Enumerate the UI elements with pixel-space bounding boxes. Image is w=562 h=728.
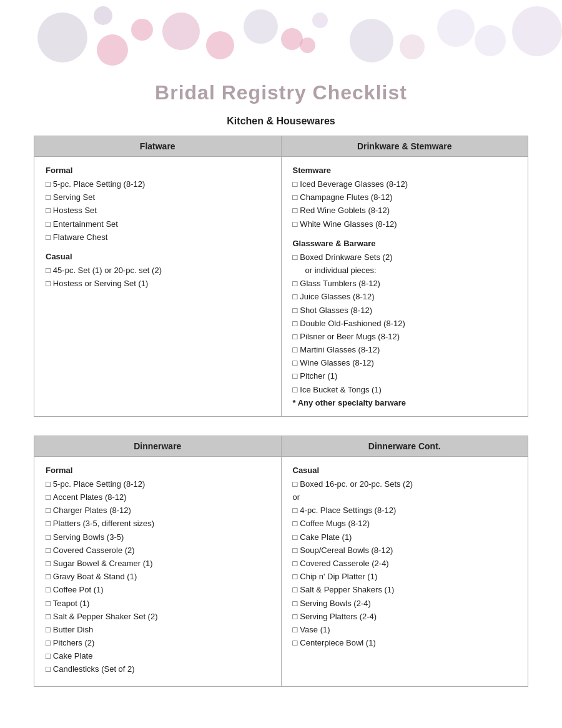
checkbox-icon[interactable]: □ xyxy=(46,637,51,649)
checkbox-icon[interactable]: □ xyxy=(46,192,51,203)
checkbox-icon[interactable]: □ xyxy=(46,558,51,569)
section-title: Casual xyxy=(46,252,270,261)
checkbox-icon[interactable]: □ xyxy=(46,664,51,675)
checkbox-icon[interactable]: □ xyxy=(293,637,298,649)
checkbox-icon[interactable]: □ xyxy=(46,584,51,596)
section-title: Stemware xyxy=(293,166,517,175)
dinnerware-cont-header: Dinnerware Cont. xyxy=(281,436,528,456)
checkbox-icon[interactable]: □ xyxy=(46,278,51,289)
checkbox-icon[interactable]: □ xyxy=(46,611,51,622)
item-label: Champagne Flutes (8-12) xyxy=(300,192,392,203)
checklist-item: □ Serving Set xyxy=(46,192,270,203)
checkbox-icon[interactable]: □ xyxy=(293,584,298,596)
checkbox-icon[interactable]: □ xyxy=(293,571,298,582)
item-label: Cake Plate xyxy=(53,651,93,662)
checkbox-icon[interactable]: □ xyxy=(293,205,298,216)
checklist-item: or xyxy=(293,492,517,503)
checklist-item: □ 5-pc. Place Setting (8-12) xyxy=(46,179,270,190)
checklist-item: □ Cake Plate (1) xyxy=(293,532,517,543)
checklist-item: □ 4-pc. Place Settings (8-12) xyxy=(293,505,517,516)
checklist-item: □ Juice Glasses (8-12) xyxy=(293,291,517,302)
item-label: Serving Set xyxy=(53,192,95,203)
checkbox-icon[interactable]: □ xyxy=(293,278,298,289)
item-label: Salt & Pepper Shaker Set (2) xyxy=(53,611,158,622)
checkbox-icon[interactable]: □ xyxy=(293,384,298,396)
item-label: Cake Plate (1) xyxy=(300,532,352,543)
item-label: Flatware Chest xyxy=(53,232,107,243)
checklist-item: □ Boxed 16-pc. or 20-pc. Sets (2) xyxy=(293,479,517,490)
checkbox-icon[interactable]: □ xyxy=(46,571,51,582)
bubbles-decoration xyxy=(0,0,562,87)
checkbox-icon[interactable]: □ xyxy=(293,252,298,263)
checklist-item: □ Red Wine Goblets (8-12) xyxy=(293,205,517,216)
checkbox-icon[interactable]: □ xyxy=(46,232,51,243)
item-label: Shot Glasses (8-12) xyxy=(300,305,372,316)
checkbox-icon[interactable]: □ xyxy=(293,357,298,369)
checkbox-icon[interactable]: □ xyxy=(293,611,298,622)
checkbox-icon[interactable]: □ xyxy=(293,479,298,490)
checkbox-icon[interactable]: □ xyxy=(293,371,298,382)
dinnerware-formal-col: Formal□ 5-pc. Place Setting (8-12)□ Acce… xyxy=(34,456,282,686)
item-label: 45-pc. Set (1) or 20-pc. set (2) xyxy=(53,265,162,276)
checkbox-icon[interactable]: □ xyxy=(46,219,51,230)
checkbox-icon[interactable]: □ xyxy=(46,179,51,190)
checkbox-icon[interactable]: □ xyxy=(293,598,298,609)
checkbox-icon[interactable]: □ xyxy=(46,545,51,556)
item-label: Chip n' Dip Platter (1) xyxy=(300,571,377,582)
section-title: Formal xyxy=(46,166,270,175)
checklist-item: □ Hostess Set xyxy=(46,205,270,216)
checkbox-icon[interactable]: □ xyxy=(293,505,298,516)
checkbox-icon[interactable]: □ xyxy=(293,545,298,556)
checkbox-icon[interactable]: □ xyxy=(293,344,298,356)
checkbox-icon[interactable]: □ xyxy=(293,219,298,230)
checklist-item: □ Charger Plates (8-12) xyxy=(46,505,270,516)
item-label: Ice Bucket & Tongs (1) xyxy=(300,384,382,396)
checkbox-icon[interactable]: □ xyxy=(293,624,298,636)
checklist-item: □ Champagne Flutes (8-12) xyxy=(293,192,517,203)
checklist-item: □ Covered Casserole (2-4) xyxy=(293,558,517,569)
checklist-item: □ Serving Bowls (3-5) xyxy=(46,532,270,543)
checkbox-icon[interactable]: □ xyxy=(46,492,51,503)
item-label: White Wine Glasses (8-12) xyxy=(300,219,397,230)
checkbox-icon[interactable]: □ xyxy=(46,651,51,662)
item-label: Hostess Set xyxy=(53,205,97,216)
checkbox-icon[interactable]: □ xyxy=(293,331,298,342)
item-label: Serving Platters (2-4) xyxy=(300,611,377,622)
checklist-item: □ White Wine Glasses (8-12) xyxy=(293,219,517,230)
checklist-item: □ Serving Bowls (2-4) xyxy=(293,598,517,609)
checkbox-icon[interactable]: □ xyxy=(46,624,51,636)
item-label: Hostess or Serving Set (1) xyxy=(53,278,148,289)
checklist-item: □ Pitcher (1) xyxy=(293,371,517,382)
checkbox-icon[interactable]: □ xyxy=(46,505,51,516)
checklist-item: □ Salt & Pepper Shakers (1) xyxy=(293,584,517,596)
checklist-item: □ 45-pc. Set (1) or 20-pc. set (2) xyxy=(46,265,270,276)
checkbox-icon[interactable]: □ xyxy=(293,192,298,203)
checkbox-icon[interactable]: □ xyxy=(293,305,298,316)
checkbox-icon[interactable]: □ xyxy=(293,518,298,529)
checklist-item: □ Teapot (1) xyxy=(46,598,270,609)
checklist-item: or individual pieces: xyxy=(293,265,517,276)
checklist-item: □ Entertainment Set xyxy=(46,219,270,230)
dinnerware-table: Dinnerware Dinnerware Cont. Formal□ 5-pc… xyxy=(34,436,528,687)
item-label: Martini Glasses (8-12) xyxy=(300,344,380,356)
checkbox-icon[interactable]: □ xyxy=(46,598,51,609)
item-label: Pitchers (2) xyxy=(53,637,94,649)
item-label: Pilsner or Beer Mugs (8-12) xyxy=(300,331,400,342)
checkbox-icon[interactable]: □ xyxy=(46,518,51,529)
checkbox-icon[interactable]: □ xyxy=(46,265,51,276)
checkbox-icon[interactable]: □ xyxy=(293,532,298,543)
drinkware-header: Drinkware & Stemware xyxy=(281,136,528,157)
checkbox-icon[interactable]: □ xyxy=(293,558,298,569)
checkbox-icon[interactable]: □ xyxy=(46,532,51,543)
item-label: Gravy Boat & Stand (1) xyxy=(53,571,137,582)
checkbox-icon[interactable]: □ xyxy=(293,179,298,190)
checklist-item: □ Accent Plates (8-12) xyxy=(46,492,270,503)
checkbox-icon[interactable]: □ xyxy=(293,318,298,329)
checkbox-icon[interactable]: □ xyxy=(293,291,298,302)
item-label: Covered Casserole (2-4) xyxy=(300,558,388,569)
section-title: Casual xyxy=(293,466,517,475)
checkbox-icon[interactable]: □ xyxy=(46,205,51,216)
flatware-drinkware-table: Flatware Drinkware & Stemware Formal□ 5-… xyxy=(34,136,528,417)
item-label: Candlesticks (Set of 2) xyxy=(53,664,135,675)
checkbox-icon[interactable]: □ xyxy=(46,479,51,490)
